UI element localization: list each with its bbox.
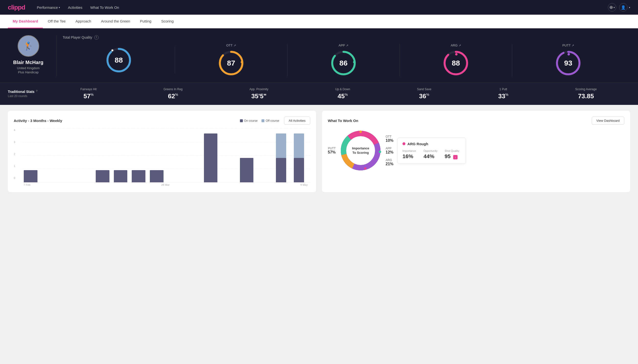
app-donut-label: APP 12% [386, 147, 393, 154]
arg-label: ARG ↗ [451, 44, 461, 47]
quality-section: Total Player Quality ? 88 OTT ↗ [57, 35, 630, 76]
tpq-circle: 88 [105, 47, 132, 74]
quality-item-app: APP ↗ 86 [287, 44, 400, 76]
app-label: APP ↗ [339, 44, 348, 47]
ott-value: 87 [227, 59, 235, 67]
player-handicap: Plus Handicap [18, 70, 39, 74]
off-course-color [262, 119, 264, 122]
chart-legend: On course Off course [240, 119, 279, 122]
bar-on [24, 170, 38, 182]
bars [21, 128, 310, 182]
arg-opportunity: Opportunity 44% [423, 149, 440, 160]
trad-stats-items: Fairways Hit 57% Greens In Reg 62% App. … [47, 88, 630, 100]
avatar: 👤 [619, 3, 627, 12]
arg-rough-indicator [402, 142, 405, 145]
bar-chart-area: 4 3 2 1 0 [14, 128, 310, 186]
trad-stats-label: Traditional Stats ? Last 20 rounds [8, 90, 47, 98]
avatar: 🏌️ [18, 35, 39, 57]
chart-canvas [21, 128, 310, 182]
add-button[interactable]: ⊕ ▾ [608, 3, 616, 12]
app-arrow-icon: ↗ [346, 44, 348, 47]
tab-off-the-tee[interactable]: Off the Tee [43, 15, 71, 28]
bar-group-6 [112, 170, 129, 182]
donut-chart: ImportanceTo Scoring [339, 128, 383, 172]
ott-label: OTT ↗ [226, 44, 236, 47]
tab-scoring[interactable]: Scoring [156, 15, 178, 28]
nav-what-to-work-on[interactable]: What To Work On [90, 4, 119, 12]
shot-quality-badge: ↓ [453, 155, 458, 160]
quality-item-putt: PUTT ↗ 93 [512, 44, 624, 76]
what-to-work-on-panel: What To Work On View Dashboard PUTT 57% [322, 111, 630, 192]
bar-group-5 [94, 170, 111, 182]
x-axis-labels: 7 Feb 28 Mar 9 May [21, 182, 310, 186]
arg-metrics: Importance 16% Opportunity 44% Shot Qual… [402, 149, 461, 160]
legend-on-course: On course [240, 119, 258, 122]
arg-circle: 88 [442, 50, 469, 76]
sub-tabs: My Dashboard Off the Tee Approach Around… [0, 15, 638, 28]
trad-stat-app-proximity: App. Proximity 35'5" [250, 88, 268, 100]
ott-donut-label: OTT 10% [386, 135, 393, 143]
right-donut-labels: OTT 10% APP 12% ARG 21% [386, 135, 393, 166]
ott-segment-dot [359, 130, 362, 133]
donut-area: PUTT 57% [328, 128, 393, 172]
nav-activities[interactable]: Activities [68, 4, 82, 12]
bar-group-8 [148, 170, 165, 182]
player-info: 🏌️ Blair McHarg United Kingdom Plus Hand… [8, 35, 57, 76]
quality-item-tpq: 88 [63, 47, 175, 74]
tab-putting[interactable]: Putting [135, 15, 156, 28]
quality-circles: 88 OTT ↗ 87 [63, 44, 624, 76]
view-dashboard-button[interactable]: View Dashboard [592, 116, 624, 125]
activity-chart-header: Activity - 3 Months - Weekly On course O… [14, 116, 310, 125]
bar-group-15 [274, 134, 291, 182]
traditional-stats: Traditional Stats ? Last 20 rounds Fairw… [0, 82, 638, 105]
quality-item-arg: ARG ↗ 88 [400, 44, 512, 76]
app-circle: 86 [330, 50, 357, 76]
bar-group-16 [292, 134, 309, 182]
quality-item-ott: OTT ↗ 87 [175, 44, 287, 76]
ott-circle: 87 [218, 50, 245, 76]
app-value: 86 [339, 59, 347, 67]
ott-arrow-icon: ↗ [234, 44, 236, 47]
app-segment-dot [379, 150, 381, 153]
bar-group-7 [130, 170, 147, 182]
tab-approach[interactable]: Approach [71, 15, 96, 28]
donut-center-label: ImportanceTo Scoring [352, 146, 369, 155]
plus-icon: ⊕ [609, 5, 613, 10]
arg-value: 88 [452, 59, 460, 67]
quality-title: Total Player Quality ? [63, 35, 624, 40]
logo[interactable]: clippd [8, 4, 25, 11]
bar-group-13 [238, 158, 255, 182]
nav-performance[interactable]: Performance ▾ [37, 4, 60, 12]
chevron-down-icon: ▾ [59, 6, 60, 9]
putt-value: 93 [564, 59, 572, 67]
bar-group-11 [202, 134, 219, 182]
tab-my-dashboard[interactable]: My Dashboard [8, 15, 43, 28]
hero-section: 🏌️ Blair McHarg United Kingdom Plus Hand… [0, 28, 638, 82]
all-activities-button[interactable]: All Activities [284, 116, 310, 125]
trad-stats-help-icon[interactable]: ? [36, 90, 40, 94]
add-chevron-icon: ▾ [613, 6, 615, 9]
arg-importance: Importance 16% [402, 149, 419, 160]
help-icon[interactable]: ? [94, 35, 99, 40]
tab-around-the-green[interactable]: Around the Green [96, 15, 135, 28]
legend-off-course: Off course [262, 119, 279, 122]
putt-arrow-icon: ↗ [572, 44, 574, 47]
trad-stat-1-putt: 1 Putt 33% [498, 88, 508, 100]
nav-right-actions: ⊕ ▾ 👤 ▾ [608, 3, 630, 12]
user-menu[interactable]: 👤 ▾ [619, 3, 630, 12]
bottom-panels: Activity - 3 Months - Weekly On course O… [0, 105, 638, 198]
trad-stats-subtitle: Last 20 rounds [8, 94, 47, 98]
wtwon-header: What To Work On View Dashboard [328, 116, 624, 125]
wtwon-title: What To Work On [328, 118, 358, 123]
trad-stat-up-and-down: Up & Down 45% [335, 88, 350, 100]
user-chevron-icon: ▾ [629, 6, 630, 9]
putt-circle: 93 [555, 50, 582, 76]
arg-rough-card: ARG Rough Importance 16% Opportunity 44%… [397, 138, 466, 164]
trad-stat-scoring-average: Scoring Average 73.85 [575, 88, 597, 100]
arg-rough-title: ARG Rough [407, 142, 428, 146]
activity-chart-title: Activity - 3 Months - Weekly [14, 118, 62, 123]
trad-stat-greens-in-reg: Greens In Reg 62% [163, 88, 183, 100]
player-name: Blair McHarg [13, 60, 43, 65]
arg-shot-quality: Shot Quality 95 ↓ [445, 149, 461, 160]
tpq-value: 88 [115, 56, 123, 64]
